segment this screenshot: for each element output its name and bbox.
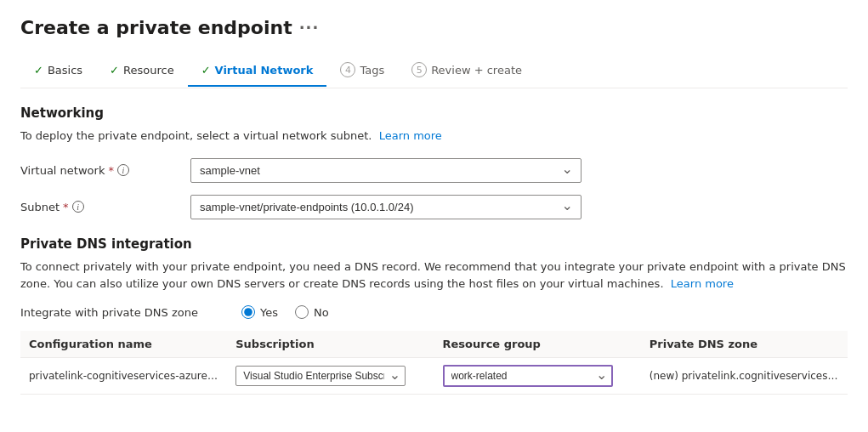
dns-learn-more-link[interactable]: Learn more [671, 277, 734, 290]
tab-review-create-label: Review + create [431, 64, 522, 77]
tab-bar: ✓ Basics ✓ Resource ✓ Virtual Network 4 … [20, 54, 848, 88]
subnet-row: Subnet * i sample-vnet/private-endpoints… [20, 195, 848, 219]
integrate-dns-options: Yes No [241, 305, 329, 319]
col-config-name: Configuration name [20, 331, 227, 358]
dns-zone-cell: (new) privatelink.cognitiveservices.az..… [641, 358, 848, 395]
more-options-icon[interactable]: ··· [299, 19, 320, 37]
dns-no-label: No [314, 306, 329, 319]
tab-virtual-network-label: Virtual Network [215, 64, 314, 77]
subscription-select[interactable]: Visual Studio Enterprise Subscrip... [235, 366, 406, 386]
dns-yes-option[interactable]: Yes [241, 305, 278, 319]
basics-check-icon: ✓ [34, 64, 43, 77]
col-subscription: Subscription [227, 331, 434, 358]
subnet-select-wrapper: sample-vnet/private-endpoints (10.0.1.0/… [190, 195, 582, 219]
dns-table: Configuration name Subscription Resource… [20, 331, 848, 395]
integrate-dns-row: Integrate with private DNS zone Yes No [20, 305, 848, 319]
networking-section: Networking To deploy the private endpoin… [20, 105, 848, 219]
subnet-label: Subnet * i [20, 201, 190, 213]
tab-virtual-network[interactable]: ✓ Virtual Network [188, 55, 327, 87]
subscription-cell: Visual Studio Enterprise Subscrip... [227, 358, 434, 395]
integrate-dns-label: Integrate with private DNS zone [20, 306, 241, 319]
networking-learn-more-link[interactable]: Learn more [379, 129, 442, 142]
dns-table-header-row: Configuration name Subscription Resource… [20, 331, 848, 358]
tab-resource[interactable]: ✓ Resource [96, 55, 188, 87]
tab-review-create[interactable]: 5 Review + create [398, 54, 536, 88]
resource-group-cell: work-related [434, 358, 641, 395]
subnet-required: * [63, 201, 69, 213]
page-title: Create a private endpoint ··· [20, 17, 848, 38]
virtual-network-row: Virtual network * i sample-vnet [20, 158, 848, 183]
tags-number: 4 [340, 62, 355, 77]
virtual-network-label: Virtual network * i [20, 164, 190, 177]
dns-section-title: Private DNS integration [20, 236, 848, 252]
tab-tags-label: Tags [360, 64, 384, 77]
resource-group-select-wrapper: work-related [443, 365, 613, 387]
virtual-network-required: * [108, 164, 114, 177]
col-dns-zone: Private DNS zone [641, 331, 848, 358]
virtual-network-select-wrapper: sample-vnet [190, 158, 582, 183]
dns-yes-radio[interactable] [241, 305, 255, 319]
dns-description: To connect privately with your private e… [20, 259, 848, 294]
virtual-network-select[interactable]: sample-vnet [190, 158, 582, 183]
dns-yes-label: Yes [260, 306, 278, 319]
networking-description: To deploy the private endpoint, select a… [20, 128, 848, 145]
resource-check-icon: ✓ [110, 64, 119, 77]
tab-resource-label: Resource [123, 64, 174, 77]
subscription-select-wrapper: Visual Studio Enterprise Subscrip... [235, 366, 406, 386]
networking-title: Networking [20, 105, 848, 121]
config-name-cell: privatelink-cognitiveservices-azure-c... [20, 358, 227, 395]
tab-basics[interactable]: ✓ Basics [20, 55, 96, 87]
page-title-text: Create a private endpoint [20, 17, 292, 38]
table-row: privatelink-cognitiveservices-azure-c...… [20, 358, 848, 395]
vnet-check-icon: ✓ [201, 64, 211, 77]
dns-no-option[interactable]: No [295, 305, 329, 319]
virtual-network-info-icon[interactable]: i [117, 164, 129, 176]
resource-group-select[interactable]: work-related [443, 365, 613, 387]
dns-section: Private DNS integration To connect priva… [20, 236, 848, 395]
subnet-info-icon[interactable]: i [72, 201, 84, 213]
tab-basics-label: Basics [48, 64, 82, 77]
review-number: 5 [411, 62, 427, 77]
tab-tags[interactable]: 4 Tags [326, 54, 398, 88]
dns-no-radio[interactable] [295, 305, 309, 319]
subnet-select[interactable]: sample-vnet/private-endpoints (10.0.1.0/… [190, 195, 582, 219]
col-resource-group: Resource group [434, 331, 641, 358]
